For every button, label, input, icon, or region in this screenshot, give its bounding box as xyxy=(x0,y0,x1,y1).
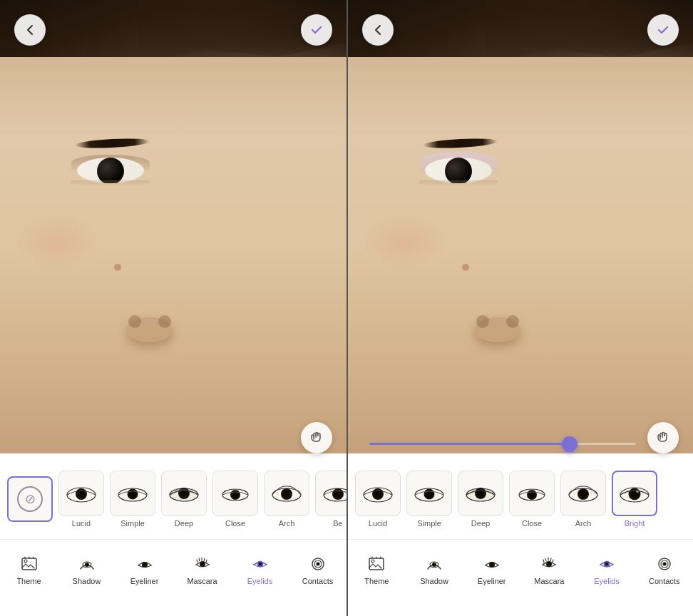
style-thumb-close-left[interactable] xyxy=(212,471,258,516)
svg-point-49 xyxy=(371,560,374,563)
slider-thumb[interactable] xyxy=(562,436,578,452)
mascara-icon-right xyxy=(539,554,559,574)
style-thumb-lucid-left[interactable] xyxy=(58,471,104,516)
svg-point-2 xyxy=(78,491,85,498)
style-thumb-deep-left[interactable] xyxy=(161,471,207,516)
style-item-arch-right[interactable]: Arch xyxy=(559,471,607,528)
nav-item-mascara-left[interactable]: Mascara xyxy=(173,554,231,585)
style-label-arch-left: Arch xyxy=(279,519,295,528)
nav-item-eyelids-left[interactable]: Eyelids xyxy=(231,554,289,585)
confirm-button-left[interactable] xyxy=(301,14,332,46)
theme-icon-left xyxy=(19,554,39,574)
svg-point-19 xyxy=(24,560,27,563)
style-item-bright-right[interactable]: Bright xyxy=(610,471,659,528)
nav-item-theme-right[interactable]: Theme xyxy=(348,554,406,585)
theme-icon-right xyxy=(366,554,386,574)
back-button-right[interactable] xyxy=(362,14,394,46)
nav-item-shadow-left[interactable]: Shadow xyxy=(58,554,115,585)
style-label-close-right: Close xyxy=(522,519,542,528)
svg-point-40 xyxy=(529,492,535,498)
nav-label-theme-right: Theme xyxy=(364,577,389,585)
svg-point-53 xyxy=(546,561,552,567)
shadow-icon-right xyxy=(424,554,444,574)
style-item-lucid-right[interactable]: Lucid xyxy=(354,471,402,528)
svg-point-11 xyxy=(232,492,239,498)
slider-track xyxy=(369,443,636,445)
style-label-be-left: Be xyxy=(333,519,342,528)
mascara-icon-left xyxy=(192,554,212,574)
nav-item-eyeliner-left[interactable]: Eyeliner xyxy=(115,554,173,585)
svg-point-52 xyxy=(489,562,495,568)
style-item-close-left[interactable]: Close xyxy=(211,471,260,528)
style-thumb-bright-right[interactable] xyxy=(612,471,657,516)
style-item-close-right[interactable]: Close xyxy=(508,471,556,528)
style-label-arch-right: Arch xyxy=(575,519,592,528)
compare-button-left[interactable] xyxy=(301,422,332,453)
nav-label-mascara-left: Mascara xyxy=(187,577,217,585)
style-label-simple-right: Simple xyxy=(417,519,441,528)
svg-point-58 xyxy=(662,562,666,565)
nav-item-shadow-right[interactable]: Shadow xyxy=(406,554,463,585)
nav-label-contacts-left: Contacts xyxy=(302,577,333,585)
eyeliner-icon-left xyxy=(135,554,155,574)
style-label-deep-right: Deep xyxy=(471,519,490,528)
nav-item-mascara-right[interactable]: Mascara xyxy=(520,554,578,585)
style-thumb-deep-right[interactable] xyxy=(458,471,503,516)
nav-label-mascara-right: Mascara xyxy=(534,577,564,585)
style-selector-right: Lucid Simple xyxy=(348,453,693,539)
style-thumb-simple-right[interactable] xyxy=(406,471,452,516)
bottom-panel-left: ⊘ Lucid xyxy=(0,453,346,616)
style-thumb-none[interactable]: ⊘ xyxy=(7,476,53,522)
style-label-close-left: Close xyxy=(225,519,245,528)
style-thumb-arch-right[interactable] xyxy=(560,471,606,516)
style-item-arch-left[interactable]: Arch xyxy=(262,471,311,528)
contacts-icon-left xyxy=(308,554,328,574)
nav-label-theme-left: Theme xyxy=(16,577,41,585)
style-item-lucid-left[interactable]: Lucid xyxy=(57,471,106,528)
nav-label-shadow-right: Shadow xyxy=(420,577,448,585)
nav-label-eyeliner-left: Eyeliner xyxy=(130,577,159,585)
nav-label-eyelids-right: Eyelids xyxy=(594,577,619,585)
nav-item-theme-left[interactable]: Theme xyxy=(0,554,58,585)
svg-point-51 xyxy=(432,563,436,567)
nav-label-contacts-right: Contacts xyxy=(649,577,679,585)
style-selector-left: ⊘ Lucid xyxy=(0,453,346,539)
style-thumb-simple-left[interactable] xyxy=(110,471,155,516)
nav-label-shadow-left: Shadow xyxy=(73,577,101,585)
confirm-button-right[interactable] xyxy=(647,14,679,46)
face-image-left xyxy=(0,0,346,456)
style-item-simple-right[interactable]: Simple xyxy=(405,471,453,528)
style-thumb-close-right[interactable] xyxy=(509,471,555,516)
style-thumb-arch-left[interactable] xyxy=(264,471,309,516)
bottom-panel-right: Lucid Simple xyxy=(348,453,693,616)
nav-item-contacts-left[interactable]: Contacts xyxy=(289,554,346,585)
intensity-slider[interactable] xyxy=(369,443,636,445)
nav-label-eyeliner-right: Eyeliner xyxy=(478,577,506,585)
back-button-left[interactable] xyxy=(14,14,46,46)
eyelids-icon-left xyxy=(250,554,270,574)
style-thumb-be-left[interactable] xyxy=(315,471,346,516)
right-panel: Lucid Simple xyxy=(346,0,693,616)
style-item-be-left[interactable]: Be xyxy=(314,471,346,528)
style-item-simple-left[interactable]: Simple xyxy=(108,471,157,528)
svg-point-25 xyxy=(258,562,262,565)
style-label-bright-right: Bright xyxy=(625,519,645,528)
style-item-deep-right[interactable]: Deep xyxy=(456,471,505,528)
face-image-right xyxy=(348,0,693,456)
svg-point-28 xyxy=(316,562,319,565)
nav-item-eyeliner-right[interactable]: Eyeliner xyxy=(463,554,520,585)
svg-point-14 xyxy=(283,491,290,498)
style-item-none[interactable]: ⊘ xyxy=(6,476,54,522)
style-label-lucid-right: Lucid xyxy=(369,519,387,528)
svg-point-21 xyxy=(85,563,89,567)
svg-point-22 xyxy=(142,562,148,568)
nav-item-eyelids-right[interactable]: Eyelids xyxy=(578,554,636,585)
compare-button-right[interactable] xyxy=(647,422,679,453)
style-label-lucid-left: Lucid xyxy=(72,519,91,528)
svg-point-31 xyxy=(374,491,381,498)
slider-fill xyxy=(369,443,570,445)
style-item-deep-left[interactable]: Deep xyxy=(160,471,208,528)
style-thumb-lucid-right[interactable] xyxy=(355,471,401,516)
nav-item-contacts-right[interactable]: Contacts xyxy=(635,554,693,585)
svg-point-55 xyxy=(605,562,609,565)
